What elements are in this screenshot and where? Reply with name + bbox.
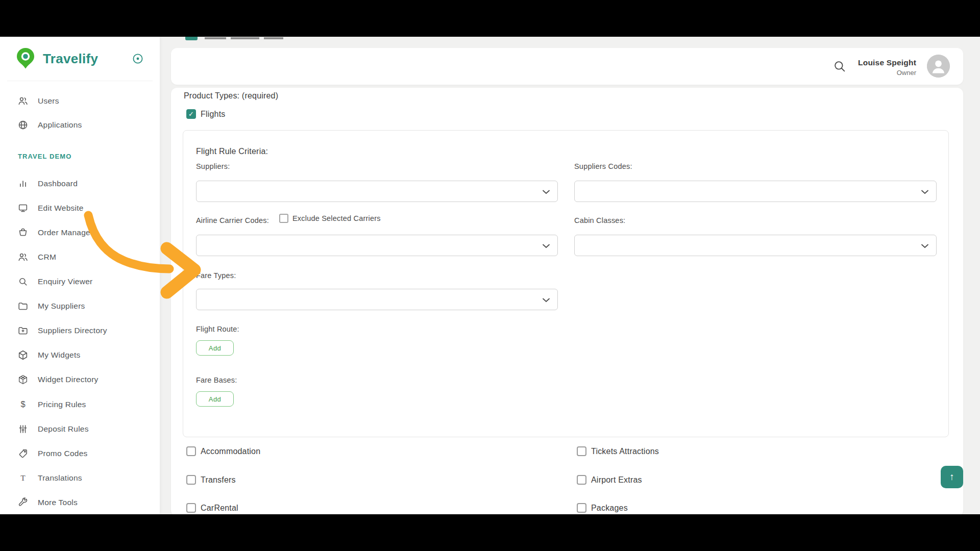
chevron-down-icon — [921, 190, 928, 194]
carrental-checkbox[interactable] — [186, 503, 196, 513]
search-icon — [17, 276, 29, 288]
sidebar-collapse-icon[interactable] — [132, 53, 144, 65]
sidebar-item-label: Dashboard — [38, 179, 78, 188]
packages-label: Packages — [591, 504, 628, 513]
travelify-logo-pin-icon — [14, 47, 37, 70]
wrench-icon — [17, 496, 29, 509]
accommodation-checkbox[interactable] — [186, 446, 196, 456]
sidebar-item-label: CRM — [38, 253, 56, 262]
avatar[interactable] — [927, 55, 950, 78]
sidebar-item-promo-codes[interactable]: Promo Codes — [0, 447, 160, 460]
flight-route-label: Flight Route: — [196, 325, 239, 333]
sidebar-item-users[interactable]: Users — [0, 94, 160, 108]
sidebar-item-suppliers-directory[interactable]: Suppliers Directory — [0, 324, 160, 337]
sidebar-item-label: Order Manager — [38, 228, 93, 237]
sidebar-section-label: TRAVEL DEMO — [18, 153, 72, 160]
clipped-text-sliver — [264, 37, 283, 39]
sidebar-item-label: Users — [38, 96, 59, 106]
transfers-checkbox-row[interactable]: Transfers — [186, 475, 236, 485]
airport-extras-checkbox[interactable] — [577, 475, 586, 485]
flight-rule-form: Product Types: (required) ✓ Flights Flig… — [171, 88, 963, 516]
sidebar-item-more-tools[interactable]: More Tools — [0, 496, 160, 509]
check-icon: ✓ — [188, 111, 194, 117]
fare-bases-add-button[interactable]: Add — [196, 391, 234, 407]
sidebar-item-edit-website[interactable]: Edit Website — [0, 202, 160, 215]
sidebar-item-widget-directory[interactable]: Widget Directory — [0, 373, 160, 386]
carrental-label: CarRental — [201, 504, 238, 513]
chevron-down-icon — [543, 190, 550, 194]
sidebar-item-label: Edit Website — [38, 204, 84, 213]
bar-chart-icon — [17, 178, 29, 190]
carrental-checkbox-row[interactable]: CarRental — [186, 503, 238, 513]
sidebar-item-pricing-rules[interactable]: $ Pricing Rules — [0, 398, 160, 411]
exclude-selected-carriers-checkbox[interactable] — [279, 214, 288, 223]
sidebar-item-label: My Suppliers — [38, 302, 85, 311]
clipped-checkbox-sliver — [185, 37, 198, 40]
flights-checkbox-row[interactable]: ✓ Flights — [186, 109, 226, 119]
sidebar-item-label: Pricing Rules — [38, 400, 86, 409]
folder-plus-icon — [17, 324, 29, 337]
sidebar-item-translations[interactable]: T Translations — [0, 471, 160, 485]
brand: Travelify — [0, 46, 160, 71]
brand-name: Travelify — [43, 51, 98, 67]
airline-carrier-codes-label: Airline Carrier Codes: — [196, 216, 269, 224]
sidebar-item-deposit-rules[interactable]: Deposit Rules — [0, 422, 160, 436]
sidebar-item-enquiry-viewer[interactable]: Enquiry Viewer — [0, 275, 160, 288]
sidebar-item-label: Deposit Rules — [38, 424, 89, 434]
user-info[interactable]: Louise Speight Owner — [858, 58, 916, 77]
fare-types-select[interactable] — [196, 289, 558, 310]
tickets-attractions-checkbox-row[interactable]: Tickets Attractions — [577, 446, 659, 456]
folder-icon — [17, 300, 29, 312]
sidebar-item-order-manager[interactable]: Order Manager — [0, 226, 160, 239]
tickets-attractions-label: Tickets Attractions — [591, 447, 659, 456]
suppliers-codes-label: Suppliers Codes: — [574, 162, 632, 170]
users-icon — [17, 251, 29, 263]
product-types-label: Product Types: (required) — [184, 91, 278, 101]
header: Louise Speight Owner — [171, 48, 963, 85]
transfers-label: Transfers — [201, 475, 236, 485]
arrow-up-icon: ↑ — [949, 471, 954, 483]
suppliers-codes-select[interactable] — [574, 181, 937, 202]
transfers-checkbox[interactable] — [186, 475, 196, 485]
packages-checkbox-row[interactable]: Packages — [577, 503, 628, 513]
sidebar-item-label: Promo Codes — [38, 449, 88, 458]
flight-route-add-button[interactable]: Add — [196, 340, 234, 356]
suppliers-label: Suppliers: — [196, 162, 230, 170]
suppliers-select[interactable] — [196, 181, 558, 202]
flights-checkbox[interactable]: ✓ — [186, 109, 196, 119]
sidebar-item-my-widgets[interactable]: My Widgets — [0, 348, 160, 362]
packages-checkbox[interactable] — [577, 503, 586, 513]
sidebar-item-crm[interactable]: CRM — [0, 251, 160, 264]
bottom-letterbox-bar — [0, 514, 980, 551]
clipped-text-sliver — [205, 37, 226, 39]
cart-icon — [17, 227, 29, 239]
sidebar-item-applications[interactable]: Applications — [0, 118, 160, 132]
chevron-down-icon — [543, 244, 550, 248]
sidebar-item-label: Enquiry Viewer — [38, 277, 92, 286]
sidebar-item-label: Applications — [38, 120, 82, 130]
flights-label: Flights — [201, 110, 226, 119]
sidebar-item-my-suppliers[interactable]: My Suppliers — [0, 299, 160, 313]
criteria-title: Flight Rule Criteria: — [196, 147, 268, 156]
scroll-to-top-button[interactable]: ↑ — [941, 466, 963, 488]
clipped-text-sliver — [231, 37, 259, 39]
monitor-icon — [17, 202, 29, 214]
sidebar-item-dashboard[interactable]: Dashboard — [0, 177, 160, 190]
fare-bases-label: Fare Bases: — [196, 376, 237, 384]
sidebar-item-label: My Widgets — [38, 350, 80, 360]
user-name: Louise Speight — [858, 58, 916, 67]
sidebar-item-label: Suppliers Directory — [38, 326, 107, 335]
search-icon[interactable] — [832, 59, 847, 73]
fare-types-label: Fare Types: — [196, 271, 236, 280]
chevron-down-icon — [921, 244, 928, 248]
cabin-classes-select[interactable] — [574, 235, 937, 256]
sidebar-item-label: Translations — [38, 473, 82, 483]
tickets-attractions-checkbox[interactable] — [577, 446, 586, 456]
exclude-selected-carriers-row[interactable]: Exclude Selected Carriers — [279, 214, 381, 223]
type-icon: T — [17, 472, 29, 484]
airline-carrier-codes-select[interactable] — [196, 235, 558, 256]
airport-extras-checkbox-row[interactable]: Airport Extras — [577, 475, 642, 485]
accommodation-checkbox-row[interactable]: Accommodation — [186, 446, 260, 456]
sidebar-divider — [7, 81, 153, 81]
sidebar-item-label: More Tools — [38, 498, 78, 507]
